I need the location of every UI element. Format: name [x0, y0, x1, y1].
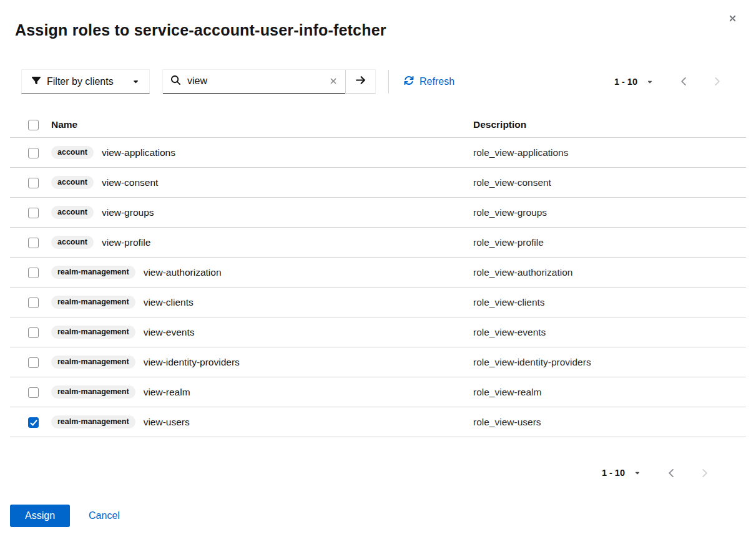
- role-name: view-profile: [102, 237, 150, 248]
- previous-page-icon: [680, 79, 688, 88]
- pagination-toggle[interactable]: 1 - 10: [609, 73, 658, 90]
- role-description: role_view-clients: [473, 288, 746, 317]
- row-checkbox[interactable]: [28, 298, 39, 308]
- role-description: role_view-applications: [473, 138, 746, 168]
- role-name: view-groups: [102, 207, 154, 218]
- row-checkbox[interactable]: [28, 357, 39, 368]
- role-name: view-applications: [102, 147, 175, 158]
- clear-icon: [329, 78, 338, 87]
- table-row: realm-managementview-authorization role_…: [10, 258, 746, 288]
- pagination-top: 1 - 10: [609, 72, 730, 91]
- next-page-icon: [714, 79, 721, 88]
- client-badge: account: [51, 206, 94, 219]
- role-name: view-authorization: [144, 267, 222, 278]
- role-name: view-realm: [144, 387, 190, 398]
- role-description: role_view-profile: [473, 228, 746, 258]
- clear-search-button[interactable]: [328, 75, 339, 87]
- role-name: view-events: [144, 327, 195, 338]
- assign-button[interactable]: Assign: [10, 505, 70, 527]
- row-checkbox[interactable]: [28, 268, 39, 278]
- previous-page-button[interactable]: [659, 463, 684, 483]
- client-badge: realm-management: [51, 326, 135, 339]
- row-checkbox[interactable]: [28, 417, 39, 428]
- pagination-toggle[interactable]: 1 - 10: [597, 464, 646, 482]
- caret-down-icon: [132, 76, 139, 87]
- search-icon: [171, 75, 180, 87]
- search-input[interactable]: [186, 75, 322, 87]
- previous-page-button[interactable]: [672, 72, 697, 91]
- next-page-button[interactable]: [692, 463, 717, 483]
- table-row: realm-managementview-identity-providers …: [10, 347, 746, 377]
- next-page-icon: [701, 470, 709, 480]
- client-badge: realm-management: [51, 385, 135, 399]
- role-description: role_view-groups: [473, 198, 746, 228]
- table-row: realm-managementview-events role_view-ev…: [10, 317, 746, 347]
- client-badge: realm-management: [51, 415, 135, 428]
- row-checkbox[interactable]: [28, 327, 39, 338]
- role-description: role_view-consent: [473, 168, 746, 198]
- role-description: role_view-identity-providers: [473, 347, 746, 377]
- role-description: role_view-users: [473, 407, 746, 437]
- row-checkbox[interactable]: [28, 238, 39, 248]
- pagination-range: 1 - 10: [614, 77, 637, 87]
- client-badge: account: [51, 146, 94, 159]
- table-row: accountview-consent role_view-consent: [10, 168, 746, 198]
- table-header-row: Name Description: [10, 113, 746, 138]
- modal-footer: Assign Cancel: [0, 505, 120, 527]
- toolbar: Filter by clients Refre: [0, 69, 756, 94]
- caret-down-icon: [634, 468, 641, 478]
- client-badge: realm-management: [51, 266, 135, 279]
- table-row: accountview-applications role_view-appli…: [10, 138, 746, 168]
- previous-page-icon: [668, 470, 675, 480]
- role-description: role_view-authorization: [473, 258, 746, 288]
- table-row: realm-managementview-users role_view-use…: [10, 407, 746, 437]
- client-badge: account: [51, 176, 94, 189]
- select-all-checkbox[interactable]: [28, 120, 39, 130]
- client-badge: account: [51, 236, 94, 249]
- table-row: realm-managementview-realm role_view-rea…: [10, 377, 746, 407]
- close-button[interactable]: [724, 10, 741, 27]
- search-submit-button[interactable]: [345, 70, 375, 94]
- column-header-name: Name: [51, 113, 473, 138]
- row-checkbox[interactable]: [28, 208, 39, 218]
- filter-dropdown[interactable]: Filter by clients: [21, 69, 150, 94]
- client-badge: realm-management: [51, 356, 135, 369]
- arrow-right-icon: [355, 75, 366, 87]
- row-checkbox[interactable]: [28, 148, 39, 158]
- filter-label: Filter by clients: [47, 76, 114, 87]
- next-page-button[interactable]: [705, 72, 730, 91]
- role-name: view-clients: [144, 297, 194, 308]
- roles-table: Name Description accountview-application…: [10, 113, 746, 438]
- role-name: view-identity-providers: [144, 357, 240, 368]
- cancel-button[interactable]: Cancel: [89, 510, 120, 521]
- table-row: accountview-groups role_view-groups: [10, 198, 746, 228]
- client-badge: realm-management: [51, 296, 135, 309]
- filter-icon: [32, 76, 41, 87]
- role-description: role_view-events: [473, 317, 746, 347]
- role-name: view-consent: [102, 177, 158, 188]
- table-row: realm-managementview-clients role_view-c…: [10, 288, 746, 317]
- caret-down-icon: [647, 77, 653, 87]
- refresh-icon: [404, 75, 414, 88]
- row-checkbox[interactable]: [28, 387, 39, 398]
- pagination-bottom: 1 - 10: [0, 460, 756, 485]
- close-icon: [728, 16, 737, 25]
- refresh-label: Refresh: [420, 76, 454, 87]
- refresh-button[interactable]: Refresh: [399, 73, 459, 90]
- role-description: role_view-realm: [473, 377, 746, 407]
- toolbar-divider: [388, 70, 389, 94]
- modal-header: Assign roles to service-account-user-inf…: [0, 0, 756, 51]
- pagination-range: 1 - 10: [602, 468, 625, 478]
- role-name: view-users: [144, 417, 190, 428]
- page-title: Assign roles to service-account-user-inf…: [15, 19, 386, 41]
- search-group: [162, 69, 376, 94]
- row-checkbox[interactable]: [28, 178, 39, 188]
- column-header-description: Description: [473, 113, 746, 138]
- table-row: accountview-profile role_view-profile: [10, 228, 746, 258]
